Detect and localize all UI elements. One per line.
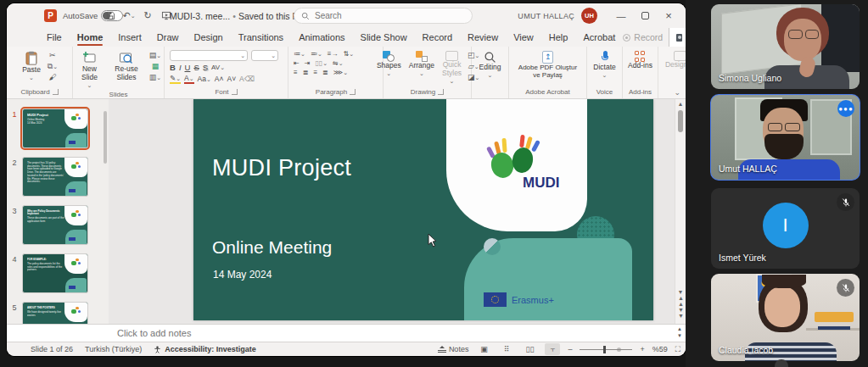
justify-button[interactable]: ≣ [322,69,328,76]
font-color-button[interactable]: A⌄ [184,74,194,84]
participant-tile-claudia[interactable]: Claudia Iacob [711,274,860,361]
slide-editor-area[interactable]: MUDI MUDI Project Online Meeting 14 May … [109,99,675,324]
tab-acrobat[interactable]: Acrobat [575,31,623,44]
scroll-up-icon[interactable]: ▲ [675,101,686,107]
underline-button[interactable]: U [185,63,191,72]
format-painter-button[interactable]: 🖌 [46,73,59,82]
zoom-slider[interactable] [580,349,632,350]
scroll-down-icon[interactable]: ▼ [675,289,686,295]
align-right-button[interactable]: ≡ [313,69,317,76]
view-reading-button[interactable]: ▯▯ [522,343,537,355]
editing-button[interactable]: Editing⌄ [477,49,504,81]
tab-transitions[interactable]: Transitions [231,31,291,44]
align-center-button[interactable]: ≣ [303,69,309,76]
thumbnail-slide-1[interactable]: 1 MUDI ProjectOnline Meeting14 May 2024 [7,108,109,148]
slide-title[interactable]: MUDI Project [212,155,351,181]
language-indicator[interactable]: Turkish (Türkiye) [85,345,142,353]
tab-home[interactable]: Home [70,31,111,44]
collapse-ribbon-button[interactable]: ⌄ [674,88,680,97]
search-box[interactable] [294,8,473,24]
dialog-launcher-icon[interactable] [232,89,238,95]
notes-toggle-button[interactable]: Notes [438,345,469,354]
slide-subtitle[interactable]: Online Meeting [212,237,332,258]
scrollbar-thumb[interactable] [678,110,683,132]
tab-view[interactable]: View [506,31,541,44]
indent-right-button[interactable]: ⇥ [305,59,311,67]
text-shadow-button[interactable]: S [203,63,208,72]
text-direction-button[interactable]: ⇋⌄ [333,59,344,67]
save-button[interactable] [102,8,119,25]
tab-help[interactable]: Help [541,31,576,44]
notes-scroll-arrows[interactable]: ▲▼ [677,325,682,339]
participant-tile-simona[interactable]: Simona Ugliano [711,4,860,89]
dictate-button[interactable]: Dictate⌄ [591,49,618,81]
view-normal-button[interactable]: ▣ [476,343,491,355]
view-slideshow-button[interactable]: ⫟ [545,343,560,355]
character-spacing-button[interactable]: AV⌄ [211,64,225,71]
accessibility-checker[interactable]: Accessibility: Investigate [154,345,256,353]
zoom-out-button[interactable]: – [568,345,572,353]
user-avatar[interactable]: UH [581,8,597,24]
document-title-area[interactable]: MUDI-3. mee... • Saved to this PC ⌄ [170,3,313,28]
maximize-button[interactable] [633,3,657,28]
shrink-font-button[interactable]: A˅ [227,75,236,83]
change-case-button[interactable]: Aa⌄ [198,75,211,83]
zoom-in-button[interactable]: + [640,345,644,353]
bullets-button[interactable]: ≔⌄ [294,50,305,58]
vertical-scrollbar[interactable]: ▲ ▼ ▲▲ ▼▼ [675,99,686,324]
dialog-launcher-icon[interactable] [350,89,356,95]
new-slide-button[interactable]: New Slide⌄ [75,49,104,91]
arrange-button[interactable]: Arrange⌄ [406,49,437,79]
numbering-button[interactable]: ≕⌄ [311,50,322,58]
shapes-button[interactable]: Shapes⌄ [374,49,404,79]
indent-less-button[interactable]: ⇤ [294,59,300,67]
zoom-slider-thumb[interactable] [603,346,606,353]
thumbnail-slide-5[interactable]: 5 ABOUT THE POSTERSWe have designed twen… [7,302,109,324]
adobe-pdf-button[interactable]: Adobe PDF Oluştur ve Paylaş [512,49,584,81]
fit-slide-button[interactable]: ⛶ [675,345,680,354]
tab-review[interactable]: Review [460,31,506,44]
align-left-button[interactable]: ≡ [294,69,298,76]
tab-record[interactable]: Record [415,31,460,44]
reset-slide-button[interactable]: ▦ [148,62,162,71]
font-size-select[interactable]: ⌄ [251,50,278,61]
dialog-launcher-icon[interactable] [53,89,59,95]
tab-draw[interactable]: Draw [149,31,187,44]
record-button[interactable]: Record [623,32,663,42]
dialog-launcher-icon[interactable] [438,89,444,95]
notes-placeholder[interactable]: Click to add notes [117,328,191,338]
close-button[interactable]: × [657,3,680,28]
section-button[interactable]: ▥⌄ [148,73,162,82]
more-options-button[interactable]: ●●● [837,100,854,117]
previous-slide-button[interactable]: ▲▲ [675,295,686,307]
thumbnail-scrollbar[interactable] [104,104,108,316]
undo-button[interactable]: ↶⌄ [120,8,137,25]
bold-button[interactable]: B [170,63,176,72]
tab-design[interactable]: Design [186,31,230,44]
strikethrough-button[interactable]: S [193,63,199,72]
minimize-button[interactable]: — [609,3,633,28]
redo-button[interactable]: ↻ [139,8,156,25]
slide-date[interactable]: 14 May 2024 [213,269,272,281]
view-slide-sorter-button[interactable]: ⠿ [499,343,514,355]
paste-button[interactable]: Paste⌄ [20,49,43,83]
tab-file[interactable]: File [39,31,70,44]
copy-button[interactable]: ⧉⌄ [46,62,59,71]
thumbnail-slide-2[interactable]: 2 The project has 10 policy documents. T… [7,157,109,197]
cut-button[interactable]: ✂ [46,51,59,60]
participant-tile-ismet[interactable]: I Ismet Yürek [711,188,860,269]
zoom-level[interactable]: %59 [652,345,668,353]
designer-button[interactable]: Designer [663,49,686,71]
next-slide-button[interactable]: ▼▼ [675,307,686,319]
search-input[interactable] [315,11,442,20]
slide-canvas[interactable]: MUDI MUDI Project Online Meeting 14 May … [193,99,653,320]
addins-button[interactable]: Add-ins [625,49,655,72]
reuse-slides-button[interactable]: Re-use Slides [107,49,146,84]
thumbnail-slide-4[interactable]: 4 FOR EXAMPLE:The policy documents list … [7,253,109,293]
grow-font-button[interactable]: A˄ [215,75,224,83]
tab-slide-show[interactable]: Slide Show [353,31,415,44]
participant-tile-umut[interactable]: ●●● Umut HALLAÇ [711,95,860,180]
notes-pane[interactable]: Click to add notes ▲▼ [7,324,686,342]
slide-counter[interactable]: Slide 1 of 26 [31,345,73,353]
convert-smartart-button[interactable]: ⋙⌄ [333,69,348,76]
